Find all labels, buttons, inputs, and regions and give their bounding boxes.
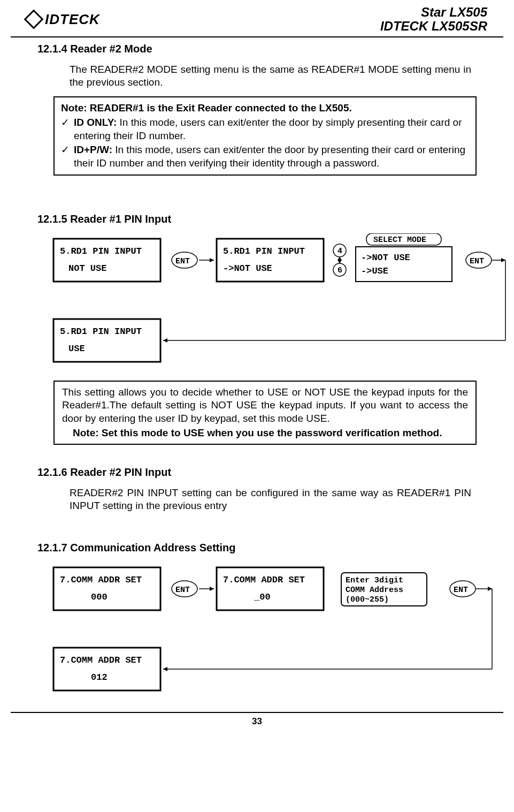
- ent-button-c1: ENT: [175, 586, 190, 595]
- svg-rect-23: [217, 567, 324, 610]
- diagram-pin-input: 5.RD1 PIN INPUT NOT USE ENT 5.RD1 PIN IN…: [48, 233, 477, 373]
- page-number: 33: [252, 716, 262, 726]
- svg-marker-27: [488, 587, 492, 591]
- svg-rect-11: [356, 247, 452, 282]
- heading-12-1-4: 12.1.4 Reader #2 Mode: [37, 43, 487, 55]
- lcd-box2-l2: ->NOT USE: [223, 263, 272, 274]
- lcd-c-box3-l1: 7.COMM ADDR SET: [60, 655, 142, 665]
- lcd-c-box2-l2: _00: [254, 592, 271, 602]
- body-12-1-6: READER#2 PIN INPUT setting can be config…: [70, 487, 471, 512]
- heading-12-1-5: 12.1.5 Reader #1 PIN Input: [37, 213, 487, 225]
- logo-right: Star LX505 IDTECK LX505SR: [380, 5, 487, 34]
- logo-left-text: IDTECK: [45, 11, 100, 28]
- svg-marker-8: [337, 257, 342, 260]
- note-box-reader1: Note: READER#1 is the Exit Reader connec…: [53, 96, 477, 175]
- key-4: 4: [337, 247, 342, 256]
- svg-marker-9: [337, 260, 342, 263]
- lcd-c-box1-l1: 7.COMM ADDR SET: [60, 575, 142, 585]
- logo-right-line2: IDTECK LX505SR: [380, 19, 487, 33]
- svg-rect-4: [217, 239, 324, 282]
- hint-l1: Enter 3digit: [346, 576, 403, 585]
- lcd-c-box1-l2: 000: [91, 592, 108, 602]
- id-only-label: ID ONLY:: [74, 117, 120, 128]
- ent-button-c2: ENT: [454, 586, 468, 595]
- hint-l3: (000~255): [346, 595, 389, 604]
- svg-marker-17: [163, 338, 167, 343]
- svg-marker-30: [163, 667, 167, 671]
- key-6: 6: [337, 266, 342, 275]
- lcd-box3-l2: USE: [68, 344, 85, 354]
- svg-rect-0: [53, 239, 160, 282]
- diamond-icon: [24, 10, 44, 29]
- hint-l2: COMM Address: [346, 586, 403, 595]
- opt-use: ->USE: [361, 266, 388, 276]
- lcd-box3-l1: 5.RD1 PIN INPUT: [60, 327, 142, 337]
- note-box-pin-input: This setting allows you to decide whethe…: [53, 381, 477, 445]
- svg-rect-18: [53, 319, 160, 362]
- check-icon: ✓: [61, 143, 74, 170]
- heading-12-1-6: 12.1.6 Reader #2 PIN Input: [37, 466, 487, 479]
- lcd-c-box3-l2: 012: [91, 672, 108, 682]
- lcd-box1-l1: 5.RD1 PIN INPUT: [60, 246, 142, 256]
- lcd-box2-l1: 5.RD1 PIN INPUT: [223, 246, 305, 256]
- logo-left: IDTECK: [27, 11, 100, 28]
- svg-marker-14: [501, 258, 505, 262]
- id-pw-desc: In this mode, users can exit/enter the d…: [74, 144, 465, 169]
- svg-rect-19: [53, 567, 160, 610]
- svg-marker-22: [210, 587, 214, 591]
- id-only-desc: In this mode, users can exit/enter the d…: [74, 117, 462, 141]
- lcd-box1-l2: NOT USE: [68, 263, 106, 274]
- ent-button-1: ENT: [175, 257, 190, 266]
- opt-not-use: ->NOT USE: [361, 253, 410, 263]
- lcd-c-box2-l1: 7.COMM ADDR SET: [223, 575, 305, 585]
- diagram-comm-addr: 7.COMM ADDR SET 000 ENT 7.COMM ADDR SET …: [48, 562, 477, 701]
- body-12-1-4: The READER#2 MODE setting menu is the sa…: [70, 63, 471, 89]
- page-footer: 33: [11, 712, 503, 730]
- note-pin-bold: Note: Set this mode to USE when you use …: [73, 427, 468, 440]
- select-mode-label: SELECT MODE: [373, 236, 426, 245]
- svg-marker-3: [210, 258, 214, 262]
- ent-button-2: ENT: [470, 257, 484, 266]
- page-header: IDTECK Star LX505 IDTECK LX505SR: [11, 0, 503, 37]
- note-title: Note: READER#1 is the Exit Reader connec…: [61, 102, 469, 115]
- svg-rect-31: [53, 648, 160, 690]
- logo-right-line1: Star LX505: [380, 5, 487, 19]
- check-icon: ✓: [61, 116, 74, 142]
- id-pw-label: ID+P/W:: [74, 144, 115, 155]
- heading-12-1-7: 12.1.7 Communication Address Setting: [37, 542, 487, 554]
- note-pin-body: This setting allows you to decide whethe…: [62, 386, 468, 424]
